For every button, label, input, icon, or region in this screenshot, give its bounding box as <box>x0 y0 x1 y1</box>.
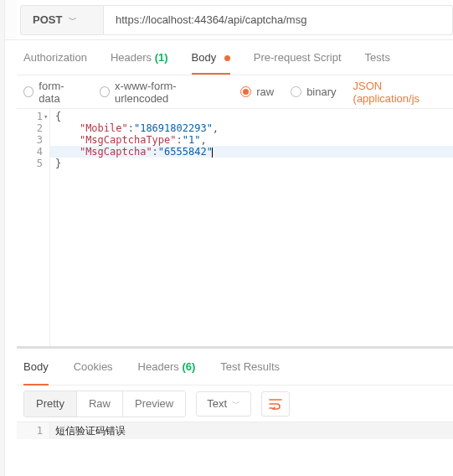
tab-tests[interactable]: Tests <box>365 41 390 74</box>
wrap-lines-button[interactable] <box>261 391 290 416</box>
chevron-down-icon: ﹀ <box>232 398 240 410</box>
modified-dot-icon <box>224 55 230 61</box>
res-line-gutter: 1 <box>17 422 50 439</box>
body-type-options: form-data x-www-form-urlencoded raw bina… <box>17 75 453 109</box>
response-tabs: Body Cookies Headers (6) Test Results <box>17 349 453 385</box>
request-tabs: Authorization Headers (1) Body Pre-reque… <box>17 40 453 75</box>
response-body-editor[interactable]: 1 短信验证码错误 <box>17 422 453 439</box>
wrap-icon <box>269 398 282 410</box>
radio-form-data[interactable]: form-data <box>23 80 83 105</box>
request-body-editor[interactable]: 1 2 3 4 5 {▾ "Mobile":"18691802293", "Ms… <box>17 109 453 347</box>
tab-body[interactable]: Body <box>192 41 230 74</box>
res-code-area[interactable]: 短信验证码错误 <box>50 422 453 439</box>
code-area[interactable]: {▾ "Mobile":"18691802293", "MsgCaptchaTy… <box>50 109 453 346</box>
radio-icon <box>23 86 33 97</box>
text-cursor <box>212 147 213 158</box>
tab-res-tests[interactable]: Test Results <box>220 349 280 385</box>
btn-pretty[interactable]: Pretty <box>24 391 76 416</box>
fold-icon[interactable]: ▾ <box>44 111 48 122</box>
url-text: https://localhost:44364/api/captcha/msg <box>116 13 306 26</box>
url-bar: POST ﹀ https://localhost:44364/api/captc… <box>17 0 453 40</box>
tab-res-headers[interactable]: Headers (6) <box>138 349 196 385</box>
url-input[interactable]: https://localhost:44364/api/captcha/msg <box>104 5 453 35</box>
view-mode-segment: Pretty Raw Preview <box>23 391 186 417</box>
radio-urlencoded[interactable]: x-www-form-urlencoded <box>100 80 224 105</box>
radio-icon <box>291 86 301 97</box>
tab-res-cookies[interactable]: Cookies <box>74 349 113 385</box>
method-label: POST <box>33 13 62 26</box>
radio-binary[interactable]: binary <box>291 85 336 98</box>
chevron-down-icon: ﹀ <box>69 14 77 26</box>
headers-count: (1) <box>155 51 168 64</box>
tab-res-body[interactable]: Body <box>23 349 49 385</box>
tab-prerequest[interactable]: Pre-request Script <box>254 41 342 74</box>
radio-icon <box>100 86 110 97</box>
btn-raw[interactable]: Raw <box>76 391 122 416</box>
res-headers-count: (6) <box>182 360 195 373</box>
radio-icon <box>240 86 251 97</box>
line-gutter: 1 2 3 4 5 <box>17 109 50 346</box>
radio-raw[interactable]: raw <box>240 85 274 98</box>
tab-authorization[interactable]: Authorization <box>23 41 87 74</box>
content-type-dropdown[interactable]: JSON (application/js <box>353 80 446 105</box>
method-dropdown[interactable]: POST ﹀ <box>20 5 104 35</box>
tab-headers[interactable]: Headers (1) <box>111 41 168 74</box>
btn-preview[interactable]: Preview <box>122 391 185 416</box>
response-toolbar: Pretty Raw Preview Text ﹀ <box>17 385 453 422</box>
syntax-dropdown[interactable]: Text ﹀ <box>196 391 251 416</box>
